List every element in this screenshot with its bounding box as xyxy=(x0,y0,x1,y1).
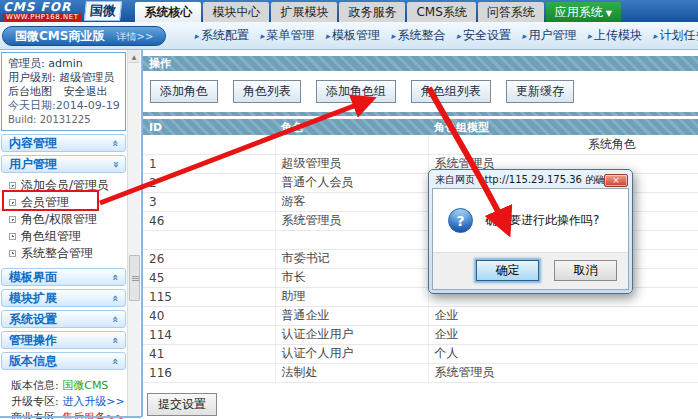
cell-role: 普通企业 xyxy=(275,306,428,325)
cell-role: 市委书记 xyxy=(275,249,428,268)
bullet-icon xyxy=(9,216,16,223)
cell-role: 认证个人用户 xyxy=(275,344,428,363)
admin-name: admin xyxy=(48,57,82,70)
sidebar-section-内容管理[interactable]: 内容管理« xyxy=(1,134,126,152)
cell-id xyxy=(143,230,275,249)
sidebar-section-模板界面[interactable]: 模板界面« xyxy=(1,268,126,286)
top-menu-item[interactable]: 问答系统 xyxy=(478,2,544,22)
sidebar-section-管理操作[interactable]: 管理操作« xyxy=(1,331,126,349)
table-row[interactable]: 116法制处系统管理员 xyxy=(143,363,698,382)
edition-pill[interactable]: 国微CMS商业版 详情>> xyxy=(2,26,166,46)
chevron-up-icon: « xyxy=(107,273,124,280)
top-menu-item[interactable]: 应用系统▼ xyxy=(546,2,621,22)
version-info-block: 版本信息: 国微CMS升级专区: 进入升级>>商业专区: 售后服务>>产品开发:… xyxy=(0,372,127,419)
op-button-添加角色组[interactable]: 添加角色组 xyxy=(316,80,396,103)
sidebar-section-用户管理[interactable]: 用户管理« xyxy=(1,155,126,173)
sidebar-item-添加会员/管理员[interactable]: 添加会员/管理员 xyxy=(0,177,127,194)
top-link-item[interactable]: ▸计划任务 xyxy=(653,27,698,44)
top-menu-item[interactable]: CMS系统 xyxy=(407,2,475,22)
sidebar-bottom-border xyxy=(0,416,141,418)
triangle-icon: ▸ xyxy=(391,31,396,41)
cell-id: 114 xyxy=(143,325,275,344)
triangle-icon: ▸ xyxy=(260,31,265,41)
table-row[interactable]: 41认证个人用户个人 xyxy=(143,344,698,363)
section-label: 系统设置 xyxy=(9,311,57,328)
version-info-link[interactable]: 国微CMS xyxy=(62,379,108,392)
section-label: 模块扩展 xyxy=(9,290,57,307)
cell-id: 2 xyxy=(143,173,275,192)
cell-role: 游客 xyxy=(275,192,428,211)
logout-link[interactable]: 安全退出 xyxy=(64,85,108,98)
dialog-titlebar[interactable]: 来自网页 http://115.29.175.36 的确认对话框 × xyxy=(432,172,629,188)
column-header: 角色组模型 xyxy=(428,119,698,135)
operations-title: 操作 xyxy=(149,57,171,70)
op-button-角色列表[interactable]: 角色列表 xyxy=(233,80,301,103)
table-row[interactable]: 40普通企业企业 xyxy=(143,306,698,325)
cell-role: 普通个人会员 xyxy=(275,173,428,192)
dialog-content: ? 确认要进行此操作吗? 确定 取消 xyxy=(432,188,629,290)
scroll-up-icon[interactable]: ▲ xyxy=(128,50,140,63)
cell-id: 115 xyxy=(143,287,275,306)
top-menu-item[interactable]: 扩展模块 xyxy=(271,2,337,22)
top-link-item[interactable]: ▸模板管理 xyxy=(325,27,380,44)
top-link-item[interactable]: ▸上传模块 xyxy=(588,27,643,44)
logo-line2: WWW.PHP168.NET xyxy=(3,13,81,22)
operation-buttons: 添加角色角色列表添加角色组角色组列表更新缓存 xyxy=(143,71,698,110)
secondary-nav: 国微CMS商业版 详情>> ▸系统配置▸菜单管理▸模板管理▸系统整合▸安全设置▸… xyxy=(0,22,698,50)
cell-role: 市长 xyxy=(275,268,428,287)
sidebar-item-label: 添加会员/管理员 xyxy=(21,177,109,194)
sidebar-item-角色/权限管理[interactable]: 角色/权限管理 xyxy=(0,211,127,228)
table-row[interactable]: 114认证企业用户企业 xyxy=(143,325,698,344)
build-number: 20131225 xyxy=(40,114,91,125)
user-links: 后台地图 安全退出 xyxy=(8,85,120,99)
bullet-icon xyxy=(9,233,16,240)
build-line: Build: 20131225 xyxy=(8,113,120,127)
sidebar-item-角色组管理[interactable]: 角色组管理 xyxy=(0,228,127,245)
op-button-添加角色[interactable]: 添加角色 xyxy=(150,80,218,103)
bullet-icon xyxy=(9,182,16,189)
edition-label: 国微CMS商业版 xyxy=(15,29,104,43)
top-link-item[interactable]: ▸安全设置 xyxy=(456,27,511,44)
triangle-icon: ▸ xyxy=(325,31,330,41)
dialog-body: ? 确认要进行此操作吗? xyxy=(433,189,628,252)
edition-detail-link[interactable]: 详情>> xyxy=(117,31,154,42)
sidebar-item-系统整合管理[interactable]: 系统整合管理 xyxy=(0,245,127,262)
section-label: 模板界面 xyxy=(9,269,57,286)
sidebar-section-系统设置[interactable]: 系统设置« xyxy=(1,310,126,328)
op-button-角色组列表[interactable]: 角色组列表 xyxy=(411,80,491,103)
sidebar-scrollbar[interactable]: ▲ xyxy=(127,50,140,417)
cell-role: 超级管理员 xyxy=(275,154,428,173)
ok-button[interactable]: 确定 xyxy=(476,260,539,281)
top-menu-item[interactable]: 政务服务 xyxy=(339,2,405,22)
op-button-更新缓存[interactable]: 更新缓存 xyxy=(506,80,574,103)
top-link-item[interactable]: ▸系统整合 xyxy=(391,27,446,44)
table-row[interactable]: 系统角色 xyxy=(143,135,698,154)
sidebar-section-版本信息[interactable]: 版本信息« xyxy=(1,352,126,370)
sidebar-section-模块扩展[interactable]: 模块扩展« xyxy=(1,289,126,307)
triangle-icon: ▸ xyxy=(588,31,593,41)
top-link-item[interactable]: ▸菜单管理 xyxy=(260,27,315,44)
version-info-link[interactable]: 进入升级>> xyxy=(62,395,124,408)
cell-id: 3 xyxy=(143,192,275,211)
bullet-icon xyxy=(9,199,16,206)
submit-settings-button[interactable]: 提交设置 xyxy=(147,393,217,416)
cell-role: 助理 xyxy=(275,287,428,306)
sidebar-item-会员管理[interactable]: 会员管理 xyxy=(0,194,127,211)
backstage-map-link[interactable]: 后台地图 xyxy=(8,85,52,98)
scrollbar-handle[interactable] xyxy=(129,255,140,301)
triangle-icon: ▸ xyxy=(522,31,527,41)
top-link-item[interactable]: ▸用户管理 xyxy=(522,27,577,44)
dialog-title: 来自网页 http://115.29.175.36 的确认对话框 xyxy=(435,173,604,187)
triangle-icon: ▸ xyxy=(456,31,461,41)
top-links: ▸系统配置▸菜单管理▸模板管理▸系统整合▸安全设置▸用户管理▸上传模块▸计划任务… xyxy=(194,27,698,44)
cell-id: 41 xyxy=(143,344,275,363)
operations-header: 操作 xyxy=(143,56,698,71)
bullet-icon xyxy=(9,250,16,257)
cell-id: 45 xyxy=(143,268,275,287)
cancel-button[interactable]: 取消 xyxy=(554,260,617,281)
top-menu-item[interactable]: 模块中心 xyxy=(203,2,269,22)
top-link-item[interactable]: ▸系统配置 xyxy=(194,27,249,44)
close-icon[interactable]: × xyxy=(604,174,628,187)
sidebar-item-label: 角色组管理 xyxy=(21,228,81,245)
top-menu-item[interactable]: 系统核心 xyxy=(135,2,201,22)
